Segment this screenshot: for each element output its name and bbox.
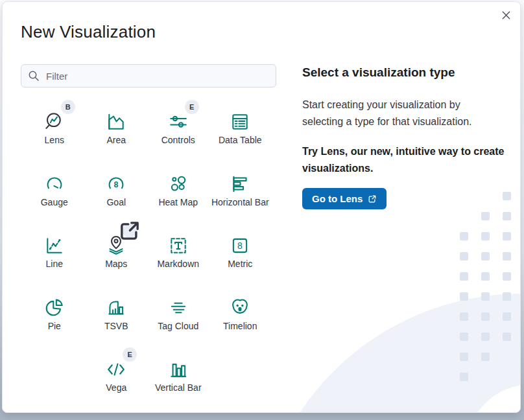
visualization-type-grid: B Lens Area [23, 98, 271, 408]
type-label: TSVB [104, 321, 128, 331]
goal-icon: 8 [104, 172, 128, 196]
type-label: Data Table [219, 135, 262, 145]
type-label: Heat Map [158, 197, 198, 207]
type-label: Tag Cloud [158, 321, 198, 331]
filter-input[interactable] [21, 64, 276, 88]
type-area[interactable]: Area [86, 98, 148, 160]
type-horizontal-bar[interactable]: Horizontal Bar [209, 160, 272, 222]
type-gauge[interactable]: Gauge [23, 160, 86, 222]
external-link-badge [123, 224, 137, 238]
area-chart-icon [104, 110, 128, 134]
type-line[interactable]: Line [23, 222, 86, 284]
tag-cloud-icon [167, 296, 190, 320]
type-data-table[interactable]: Data Table [209, 98, 272, 160]
go-to-lens-label: Go to Lens [312, 193, 363, 204]
go-to-lens-button[interactable]: Go to Lens [302, 188, 387, 209]
type-label: Maps [105, 259, 127, 269]
lens-promo-text: Try Lens, our new, intuitive way to crea… [302, 143, 519, 177]
svg-text:8: 8 [237, 240, 243, 251]
type-tag-cloud[interactable]: Tag Cloud [147, 284, 209, 346]
type-label: Lens [45, 135, 64, 145]
external-link-icon [368, 194, 377, 204]
type-label: Timelion [223, 321, 257, 331]
beta-badge: B [61, 100, 75, 114]
type-vega[interactable]: E Vega [86, 345, 148, 408]
dialog-title: New Visualization [21, 22, 156, 42]
type-label: Area [106, 135, 126, 145]
close-button[interactable] [499, 8, 512, 21]
type-label: Vertical Bar [155, 382, 202, 393]
external-link-icon [118, 219, 141, 242]
horizontal-bar-icon [228, 172, 252, 196]
code-icon [104, 358, 128, 381]
new-visualization-dialog: New Visualization B Lens [2, 1, 521, 413]
selection-info-panel: Select a visualization type Start creati… [302, 65, 519, 209]
type-label: Gauge [41, 197, 68, 207]
type-tsvb[interactable]: TSVB [86, 284, 148, 346]
pie-chart-icon [43, 296, 66, 320]
line-chart-icon [43, 234, 66, 257]
type-goal[interactable]: 8 Goal [86, 160, 148, 222]
visual-builder-icon [104, 296, 128, 320]
search-icon [28, 70, 40, 82]
type-label: Metric [228, 259, 252, 269]
type-maps[interactable]: Maps [86, 222, 148, 284]
metric-number-icon: 8 [228, 234, 252, 257]
type-timelion[interactable]: Timelion [209, 284, 272, 346]
experimental-badge: E [185, 100, 199, 114]
vertical-bar-icon [167, 358, 190, 381]
type-label: Horizontal Bar [211, 197, 269, 207]
close-icon [501, 10, 511, 20]
type-heat-map[interactable]: Heat Map [147, 160, 209, 222]
gauge-icon [43, 172, 66, 196]
type-controls[interactable]: E Controls [147, 98, 209, 160]
heatmap-circles-icon [167, 172, 190, 196]
type-label: Goal [106, 197, 126, 207]
svg-text:8: 8 [114, 180, 119, 189]
type-metric[interactable]: 8 Metric [209, 222, 272, 284]
type-vertical-bar[interactable]: Vertical Bar [147, 345, 209, 408]
markdown-text-icon [167, 234, 190, 257]
panel-heading: Select a visualization type [302, 65, 519, 80]
type-label: Markdown [157, 259, 199, 269]
type-pie[interactable]: Pie [23, 284, 86, 346]
panel-description: Start creating your visualization by sel… [302, 97, 519, 130]
timelion-face-icon [228, 296, 252, 320]
type-label: Line [46, 259, 63, 269]
table-icon [228, 110, 252, 134]
type-label: Controls [161, 135, 195, 145]
sliders-icon [167, 110, 190, 134]
type-markdown[interactable]: Markdown [147, 222, 209, 284]
filter-field-wrapper [21, 64, 276, 88]
type-lens[interactable]: B Lens [23, 98, 86, 160]
type-label: Vega [106, 382, 126, 393]
lens-icon [43, 110, 66, 134]
experimental-badge: E [123, 347, 137, 362]
type-label: Pie [48, 321, 61, 331]
